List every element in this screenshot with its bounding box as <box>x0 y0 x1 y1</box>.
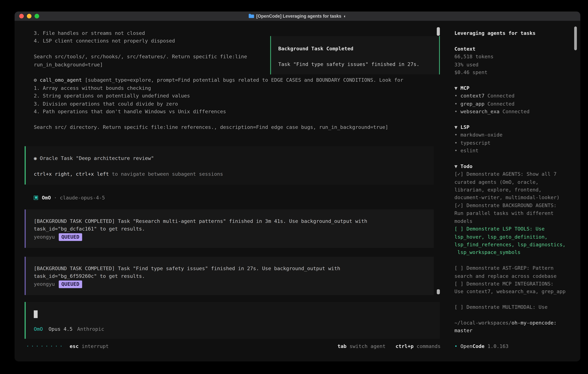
lsp-name: eslint <box>460 148 478 154</box>
separator: · <box>51 195 60 200</box>
terminal-line: 4. Path operations that don't handle Win… <box>34 108 403 116</box>
message-block: [BACKGROUND TASK COMPLETED] Task "Resear… <box>25 209 434 248</box>
lsp-section-header[interactable]: ▼ LSP <box>454 124 580 131</box>
esc-label: interrupt <box>79 343 109 349</box>
branch-name: master <box>454 327 580 335</box>
mcp-name: grep_app <box>460 101 484 107</box>
todo-line: librarian, explore, frontend, <box>454 186 580 194</box>
window-body: 3. File handles or streams not closed 4.… <box>15 21 580 361</box>
main-scrollbar-thumb[interactable] <box>437 27 440 36</box>
mcp-item: • grep_app Connected <box>454 100 580 108</box>
chevron-down-icon: ▼ <box>454 124 461 130</box>
terminal-line: Search src/ directory. Return specific f… <box>34 124 403 131</box>
oracle-title-line: ◉ Oracle Task "Deep architecture review" <box>34 155 434 162</box>
agent-model: claude-opus-4-5 <box>60 195 105 200</box>
input-model: Opus 4.5 <box>49 326 73 332</box>
todo-heading: Todo <box>460 163 472 169</box>
mcp-status: Connected <box>499 109 530 114</box>
terminal-line: 1. Array access without bounds checking <box>34 84 403 92</box>
message-block: [BACKGROUND TASK COMPLETED] Task "Find t… <box>25 257 434 295</box>
status-badge: QUEUED <box>59 233 82 241</box>
todo-line-active: lsp_find_references, lsp_diagnostics, <box>454 241 580 249</box>
todo-line: Run parallel tasks with different <box>454 209 580 217</box>
terminal-line: 3. Division operations that could divide… <box>34 100 403 108</box>
oracle-title: Oracle Task "Deep architecture review" <box>37 155 154 161</box>
tab-label: switch agent <box>346 343 386 349</box>
ctrlp-label: commands <box>413 343 441 349</box>
todo-line: [ ] Demonstrate AST-GREP: Pattern <box>454 264 580 272</box>
tool-args: [subagent_type=explore, prompt=Find pote… <box>82 77 403 83</box>
status-bar: ········ esc interrupt tab switch agentc… <box>26 343 441 349</box>
chevron-down-icon: ▼ <box>454 163 461 169</box>
zoom-button[interactable] <box>35 14 39 18</box>
bullet-icon: • <box>454 148 461 154</box>
message-line: task_id="bg_6f59260c" to get results. <box>34 273 434 280</box>
recording-indicator-icon: ◐ <box>344 14 346 18</box>
todo-line: Use context7, websearch_exa, grep_app <box>454 288 580 296</box>
message-line: [BACKGROUND TASK COMPLETED] Task "Resear… <box>34 218 434 225</box>
todo-line: models <box>454 217 580 225</box>
tool-call-line: ⚙ call_omo_agent [subagent_type=explore,… <box>34 76 403 84</box>
gear-icon: ⚙ <box>34 77 40 83</box>
bullet-icon: • <box>454 343 461 349</box>
mcp-item: • websearch_exa Connected <box>454 108 580 116</box>
terminal-main: 3. File handles or streams not closed 4.… <box>15 21 448 361</box>
session-title: Leveraging agents for tasks <box>454 30 580 37</box>
agent-square-icon <box>34 196 38 200</box>
app-version: • OpenCode 1.0.163 <box>454 343 580 350</box>
hint-text: to navigate between subagent sessions <box>109 171 223 177</box>
window-title-text: [OpenCode] Leveraging agents for tasks <box>256 14 341 18</box>
todo-line: [ ] Demonstrate MCP INTEGRATIONS: <box>454 280 580 288</box>
message-line: [BACKGROUND TASK COMPLETED] Task "Find t… <box>34 265 434 272</box>
context-spent: $0.46 spent <box>454 69 580 76</box>
message-line: task_id="bg_dcfac161" to get results. <box>34 225 434 233</box>
app-name-bold: Code <box>472 343 484 349</box>
mcp-section-header[interactable]: ▼ MCP <box>454 84 580 92</box>
minimize-button[interactable] <box>27 14 32 18</box>
mcp-name: context7 <box>460 93 484 99</box>
mcp-name: websearch_exa <box>460 109 499 114</box>
context-tokens: 66,518 tokens <box>454 53 580 61</box>
bullet-icon: • <box>454 132 461 138</box>
todo-line: curated agents (OmO, oracle, <box>454 178 580 186</box>
toast-body: Task "Find type safety issues" finished … <box>278 61 432 68</box>
agent-header: OmO · claude-opus-4-5 <box>34 193 105 202</box>
author: yeongyu <box>34 234 55 240</box>
author: yeongyu <box>34 281 55 287</box>
lsp-name: typescript <box>460 140 491 146</box>
lsp-item: • typescript <box>454 139 580 147</box>
lsp-name: markdown-oxide <box>460 132 503 138</box>
status-right: tab switch agentctrl+p commands <box>337 343 441 349</box>
esc-key: esc <box>70 343 79 349</box>
folder-icon <box>249 14 254 19</box>
lsp-item: • markdown-oxide <box>454 131 580 139</box>
bullet-icon: • <box>454 93 461 99</box>
app-name: Open <box>460 343 472 349</box>
background-task-toast: Background Task Completed Task "Find typ… <box>270 36 440 74</box>
oracle-hint-line: ctrl+x right, ctrl+x left to navigate be… <box>34 170 434 178</box>
agent-name: OmO <box>42 195 51 200</box>
main-scrollbar-thumb[interactable] <box>437 289 440 294</box>
mcp-heading: MCP <box>460 85 469 91</box>
todo-line-active: lsp_workspace_symbols <box>454 249 580 257</box>
todo-section-header[interactable]: ▼ Todo <box>454 163 580 170</box>
hint-keys: ctrl+x right, ctrl+x left <box>34 171 109 177</box>
text-cursor <box>34 310 38 318</box>
traffic-lights <box>19 11 39 21</box>
prompt-input[interactable]: OmOOpus 4.5Anthropic <box>25 302 440 339</box>
chevron-down-icon: ▼ <box>454 85 461 91</box>
todo-line: search and replace across codebase <box>454 272 580 280</box>
sidebar-scrollbar-thumb[interactable] <box>574 26 577 50</box>
spinner-icon: ········ <box>26 343 64 349</box>
todo-line: [✓] Demonstrate BACKGROUND AGENTS: <box>454 202 580 209</box>
bullet-icon: • <box>454 109 461 114</box>
window-title: [OpenCode] Leveraging agents for tasks◐ <box>249 14 346 19</box>
input-meta: OmOOpus 4.5Anthropic <box>34 326 104 332</box>
input-provider: Anthropic <box>77 326 104 332</box>
lsp-item: • eslint <box>454 147 580 155</box>
close-button[interactable] <box>19 14 24 18</box>
message-meta: yeongyuQUEUED <box>34 280 434 288</box>
todo-line: [ ] Demonstrate MULTIMODAL: Use <box>454 303 580 311</box>
toast-title: Background Task Completed <box>278 45 432 53</box>
todo-line: [✓] Demonstrate AGENTS: Show all 7 <box>454 170 580 178</box>
